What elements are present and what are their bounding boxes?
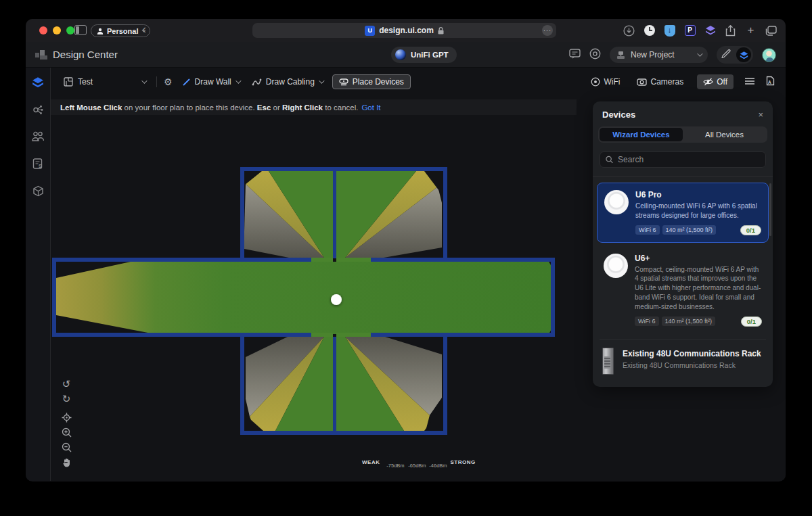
sidebar-item-topology[interactable] [32,103,44,116]
chevron-down-icon [235,78,241,83]
place-devices-button[interactable]: Place Devices [332,74,411,89]
app-title: Design Center [53,49,118,60]
browser-toolbar: Personal ‹ U design.ui.com ··· P + [26,19,786,42]
back-button[interactable]: ‹ [142,22,146,37]
edit-mode-button[interactable] [719,49,734,61]
area-badge: 140 m² (1,500 ft²) [662,316,716,326]
sidebar-item-clients[interactable] [32,131,44,143]
tab-overview-button[interactable] [765,24,777,37]
wifi-label: WiFi [604,77,621,87]
layers-list-button[interactable] [744,77,755,87]
device-count-badge: 0/1 [740,225,761,235]
redo-button[interactable]: ↻ [62,392,71,407]
chevron-down-icon [697,51,702,56]
share-icon[interactable] [724,24,737,37]
pan-hand-button[interactable] [62,457,71,472]
instruction-bar: Left Mouse Click on your floor plan to p… [51,99,577,115]
design-center-logo [35,49,48,64]
close-icon[interactable]: × [758,110,763,120]
tab-wizard-devices[interactable]: Wizard Devices [600,128,683,141]
panel-title: Devices [602,110,635,120]
project-selector[interactable]: New Project [610,47,708,63]
page-settings-button[interactable]: ··· [542,25,553,36]
legend-weak-label: WEAK [362,458,380,465]
floor-selector[interactable]: Test [60,74,150,90]
canvas-tools: ↺ ↻ [60,377,73,472]
feedback-icon[interactable] [569,49,581,62]
support-icon[interactable] [589,48,601,62]
zoom-in-button[interactable] [62,427,72,442]
wifi-toggle[interactable]: WiFi [588,77,623,87]
browser-sidebar-icon[interactable] [74,25,87,35]
browser-window: Personal ‹ U design.ui.com ··· P + Desig… [26,19,786,482]
off-label: Off [717,77,727,87]
legend-strong-label: STRONG [450,458,475,465]
device-card-rack[interactable]: Existing 48U Communications Rack Existin… [593,345,773,380]
chevron-down-icon [319,78,324,83]
lock-icon [438,27,444,34]
view-mode-switch [717,46,753,64]
recenter-button[interactable] [62,413,72,427]
device-search[interactable] [600,151,766,168]
cameras-label: Cameras [651,77,684,87]
minimize-window-button[interactable] [53,26,61,34]
draw-wall-label: Draw Wall [195,77,231,87]
window-controls [39,26,74,34]
extension-p-icon[interactable]: P [683,24,696,37]
gpt-label: UniFi GPT [411,51,449,59]
address-bar[interactable]: U design.ui.com ··· [252,23,556,38]
layers-mode-button[interactable] [736,47,751,62]
u6-pro-image [604,190,629,214]
device-tabs: Wizard Devices All Devices [598,126,767,143]
panel-scrollbar[interactable] [769,183,771,236]
wifi-badge: WiFi 6 [635,316,659,326]
draw-cabling-button[interactable]: Draw Cabling [249,77,325,87]
downloads-button[interactable] [623,24,635,37]
layers-icon [740,51,748,60]
device-description: Compact, ceiling-mounted WiFi 6 AP with … [635,265,762,312]
extension-shield-icon[interactable] [663,24,676,37]
sidebar-item-design[interactable] [32,76,44,89]
instruction-bold: Esc [257,103,271,112]
unifi-gpt-button[interactable]: UniFi GPT [391,47,457,63]
search-input[interactable] [618,155,760,164]
floorplan-icon [64,77,73,87]
zoom-window-button[interactable] [66,26,74,34]
device-name: U6 Pro [635,190,761,200]
sidebar-item-quote[interactable]: S [32,158,44,170]
divider [600,339,766,339]
instruction-bold: Left Mouse Click [60,103,122,112]
sidebar-item-3d[interactable] [32,185,44,197]
got-it-link[interactable]: Got It [361,103,380,112]
user-avatar[interactable] [762,48,776,62]
svg-text:A: A [768,80,771,85]
settings-gear-button[interactable]: ⚙ [164,76,173,87]
draw-wall-button[interactable]: Draw Wall [179,77,242,87]
extension-layers-icon[interactable] [704,24,717,37]
cabling-icon [252,78,262,87]
new-tab-button[interactable]: + [744,24,757,37]
extension-clock-icon[interactable] [643,24,656,37]
undo-button[interactable]: ↺ [62,377,71,392]
instruction-text: on your floor plan to place this device. [122,103,256,112]
visibility-off-button[interactable]: Off [697,74,734,89]
device-card-u6-plus[interactable]: U6+ Compact, ceiling-mounted WiFi 6 AP w… [597,247,769,333]
device-card-u6-pro[interactable]: U6 Pro Ceiling-mounted WiFi 6 AP with 6 … [597,183,769,243]
area-badge: 140 m² (1,500 ft²) [662,225,717,235]
floor-plan-canvas[interactable]: Test ⚙ Draw Wall Draw Cabling [51,68,786,481]
unifi-favicon: U [365,26,375,36]
device-count-badge: 0/1 [741,316,762,327]
tab-all-devices[interactable]: All Devices [683,128,766,141]
legend-tick: -46dBm [429,463,447,469]
globe-icon [395,49,406,60]
cameras-toggle[interactable]: Cameras [634,77,687,87]
close-window-button[interactable] [39,26,47,34]
zoom-out-button[interactable] [62,442,72,457]
url-text: design.ui.com [379,26,434,35]
placing-device-dot[interactable] [331,294,342,305]
export-pdf-button[interactable]: A [766,76,775,88]
eye-off-icon [703,78,713,86]
divider [156,76,157,87]
person-icon [97,28,104,34]
legend-tick: -65dBm [408,463,426,469]
